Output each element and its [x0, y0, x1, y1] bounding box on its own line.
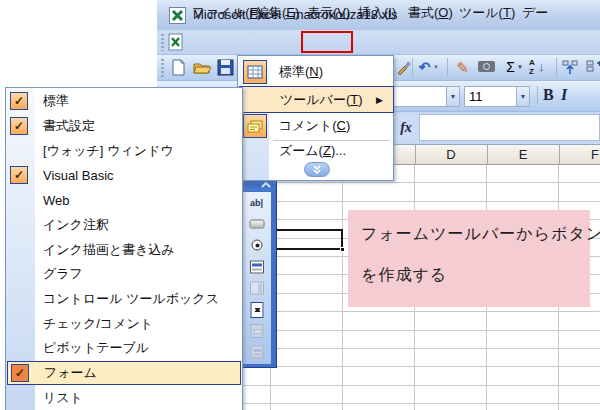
insert-function-icon[interactable]: fx [393, 114, 419, 141]
forms-list-box-icon[interactable] [242, 256, 271, 277]
menu-separator [273, 140, 389, 141]
menu-file[interactable]: ファイル(F) [192, 0, 262, 25]
comments-icon [243, 114, 267, 138]
menu-item-zoom[interactable]: ズーム(Z)... [238, 142, 393, 160]
italic-button[interactable]: I [561, 86, 567, 104]
toolbar-separator [412, 58, 413, 76]
submenu-item-web[interactable]: Web [7, 188, 241, 213]
submenu-item-forms[interactable]: ✓ フォーム [7, 361, 241, 386]
menu-item-comments[interactable]: コメント(C) [238, 113, 393, 139]
sort-ascending-icon[interactable]: A Z ↓ [529, 58, 549, 77]
menu-insert[interactable]: 挿入(I) [358, 0, 396, 25]
normal-view-icon [243, 60, 267, 84]
menu-format[interactable]: 書式(O) [408, 0, 453, 25]
menu-tools[interactable]: ツール(T) [459, 0, 515, 25]
new-document-icon[interactable] [169, 58, 188, 77]
submenu-item-check-comment[interactable]: チェック/コメント [7, 311, 241, 336]
menu-view[interactable]: 表示(V) [307, 0, 350, 25]
fill-handle[interactable] [340, 247, 345, 252]
view-menu-annotation-box [301, 31, 353, 53]
menu-bar [157, 30, 600, 55]
format-painter-icon[interactable] [394, 58, 413, 77]
open-folder-icon[interactable] [192, 58, 211, 77]
annotation-note[interactable]: フォームツールバーからボタン を作成する [348, 210, 590, 307]
submenu-item-ink-drawing[interactable]: インク描画と書き込み [7, 237, 241, 262]
checkmark-icon: ✓ [10, 166, 28, 184]
forms-toolbar-body: ab| [242, 192, 271, 364]
submenu-item-formatting[interactable]: ✓ 書式設定 [7, 114, 241, 139]
annotation-line-1: フォームツールバーからボタン [361, 224, 600, 245]
submenu-item-pivot-table[interactable]: ピボットテーブル [7, 336, 241, 361]
column-header-f[interactable]: F [559, 145, 600, 165]
column-header-d[interactable]: D [415, 145, 487, 165]
toolbar-separator [556, 58, 557, 76]
forms-scrollbar-icon[interactable] [242, 320, 271, 341]
forms-button-icon[interactable] [242, 213, 271, 234]
submenu-item-chart[interactable]: グラフ [7, 262, 241, 287]
checkmark-icon: ✓ [11, 364, 29, 382]
forms-option-button-icon[interactable] [242, 235, 271, 256]
font-size-dropdown-arrow[interactable]: ▼ [516, 87, 529, 106]
checkmark-icon: ✓ [10, 92, 28, 110]
expand-menu-chevron[interactable] [304, 162, 330, 177]
menubar-grip[interactable] [161, 34, 164, 51]
forms-control-properties-icon[interactable] [242, 342, 271, 363]
submenu-arrow-icon: ▶ [376, 87, 383, 112]
submenu-item-list[interactable]: リスト [7, 385, 241, 410]
font-size-value: 11 [469, 87, 483, 106]
view-dropdown-menu: 標準(N) ツールバー(T) ▶ コメント(C) ズーム(Z)... [237, 55, 394, 181]
save-icon[interactable] [216, 58, 235, 77]
autosum-dropdown-arrow[interactable]: ▼ [515, 58, 525, 77]
excel-screenshot: Microsoft Excel - macrokouza18.xls ファイル(… [0, 0, 600, 410]
column-header-e[interactable]: E [487, 145, 559, 165]
ink-pen-icon[interactable]: ✎ [453, 58, 472, 77]
toolbars-submenu: ✓ 標準 ✓ 書式設定 [ウォッチ] ウィンドウ ✓ Visual Basic … [5, 87, 243, 410]
submenu-item-standard[interactable]: ✓ 標準 [7, 89, 241, 114]
menu-item-toolbars[interactable]: ツールバー(T) ▶ [239, 86, 394, 113]
font-size-combo[interactable]: 11 ▼ [464, 86, 530, 107]
forms-spinner-icon[interactable] [242, 299, 271, 320]
menu-edit[interactable]: 編集(E) [256, 0, 299, 25]
toolbar-separator [537, 86, 538, 104]
annotation-line-2: を作成する [361, 265, 447, 286]
submenu-item-visual-basic[interactable]: ✓ Visual Basic [7, 163, 241, 188]
menu-data-partial[interactable]: デー [522, 0, 548, 25]
undo-dropdown-arrow[interactable]: ▼ [431, 58, 441, 77]
menu-item-normal-view[interactable]: 標準(N) [238, 58, 393, 86]
submenu-item-watch-window[interactable]: [ウォッチ] ウィンドウ [7, 138, 241, 163]
submenu-item-control-toolbox[interactable]: コントロール ツールボックス [7, 287, 241, 312]
toolbar-partial-icon-2[interactable] [585, 58, 600, 77]
toolbar-separator [447, 58, 448, 76]
font-name-dropdown-arrow[interactable]: ▼ [446, 87, 459, 106]
selected-cell[interactable] [270, 229, 343, 250]
workbook-icon [166, 33, 186, 52]
formula-input[interactable] [419, 114, 600, 141]
camera-icon[interactable] [478, 61, 495, 72]
forms-label-icon[interactable]: ab| [242, 192, 271, 213]
forms-combo-box-icon[interactable] [242, 278, 271, 299]
toolbar-grip[interactable] [161, 59, 164, 77]
submenu-item-ink-annotations[interactable]: インク注釈 [7, 213, 241, 238]
toolbar-partial-icon-1[interactable] [561, 58, 580, 77]
excel-logo-icon [169, 7, 186, 24]
checkmark-icon: ✓ [10, 117, 28, 135]
bold-button[interactable]: B [543, 86, 554, 104]
